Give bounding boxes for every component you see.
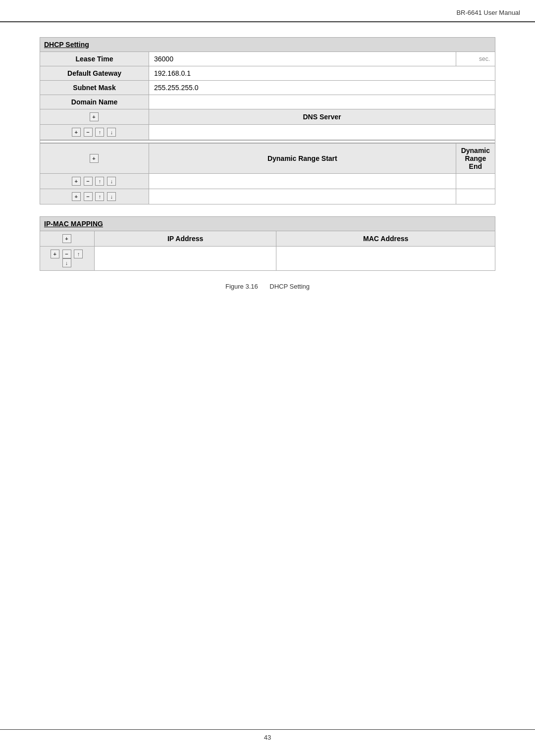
dyn1-start-value	[149, 174, 456, 189]
table-row: Domain Name	[40, 95, 495, 109]
dns-controls-cell: + − ↑ ↓	[40, 125, 149, 141]
ipmac-remove-button[interactable]: −	[62, 250, 71, 258]
dyn1-up-button[interactable]: ↑	[95, 177, 104, 186]
page-header: BR-6641 User Manual	[0, 0, 535, 22]
ipmac-add-button-2[interactable]: +	[51, 250, 59, 258]
ipmac-add-button[interactable]: +	[62, 234, 71, 243]
dns-add-button[interactable]: +	[90, 112, 99, 121]
mac-address-value	[276, 247, 495, 271]
ipmac-up-button[interactable]: ↑	[74, 250, 83, 258]
page-content: DHCP Setting Lease Time 36000 sec. Defau…	[0, 22, 535, 305]
dns-value-cell	[149, 125, 495, 141]
dns-down-button[interactable]: ↓	[107, 128, 116, 137]
ipmac-section: IP-MAC MAPPING + IP Address MAC Address …	[40, 216, 495, 271]
dynamic-range-start-label: Dynamic Range Start	[149, 143, 456, 174]
table-row: Lease Time 36000 sec.	[40, 52, 495, 66]
ip-address-header: IP Address	[95, 231, 276, 247]
mac-address-header: MAC Address	[276, 231, 495, 247]
page-footer: 43	[0, 729, 535, 741]
dynamic-controls-cell-2: + − ↑ ↓	[40, 189, 149, 204]
dyn2-up-button[interactable]: ↑	[95, 192, 104, 201]
dyn2-end-value	[456, 189, 495, 204]
domain-name-label: Domain Name	[40, 95, 149, 109]
ipmac-header-row: + IP Address MAC Address	[40, 231, 495, 247]
dyn1-down-button[interactable]: ↓	[107, 177, 116, 186]
dns-server-label: DNS Server	[149, 109, 495, 125]
manual-title: BR-6641 User Manual	[456, 9, 520, 16]
sec-label: sec.	[456, 52, 495, 66]
page-number: 43	[264, 734, 271, 741]
dynamic-range-header-row: + Dynamic Range Start Dynamic Range End	[40, 143, 495, 174]
dns-controls-row: + − ↑ ↓	[40, 125, 495, 141]
default-gateway-value: 192.168.0.1	[149, 66, 495, 81]
dyn2-add-button[interactable]: +	[72, 192, 81, 201]
dns-up-button[interactable]: ↑	[95, 128, 104, 137]
subnet-mask-label: Subnet Mask	[40, 81, 149, 95]
subnet-mask-value: 255.255.255.0	[149, 81, 495, 95]
lease-time-label: Lease Time	[40, 52, 149, 66]
ipmac-controls-cell: + − ↑ ↓	[40, 247, 95, 271]
dns-add-cell: +	[40, 109, 149, 125]
figure-caption: Figure 3.16 DHCP Setting	[40, 283, 495, 290]
dynamic-add-cell: +	[40, 143, 149, 174]
ipmac-add-cell: +	[40, 231, 95, 247]
dns-remove-button[interactable]: −	[84, 128, 93, 137]
default-gateway-label: Default Gateway	[40, 66, 149, 81]
dns-add-button-2[interactable]: +	[72, 128, 81, 137]
dhcp-section-title: DHCP Setting	[40, 37, 495, 51]
ip-address-value	[95, 247, 276, 271]
dyn2-remove-button[interactable]: −	[84, 192, 93, 201]
dynamic-add-button[interactable]: +	[90, 154, 99, 163]
lease-time-value: 36000	[149, 52, 456, 66]
figure-text: DHCP Setting	[269, 283, 310, 290]
domain-name-value	[149, 95, 495, 109]
dyn2-down-button[interactable]: ↓	[107, 192, 116, 201]
table-row: + − ↑ ↓	[40, 189, 495, 204]
dyn1-remove-button[interactable]: −	[84, 177, 93, 186]
table-row: Default Gateway 192.168.0.1	[40, 66, 495, 81]
dhcp-section: DHCP Setting Lease Time 36000 sec. Defau…	[40, 37, 495, 204]
table-row: Subnet Mask 255.255.255.0	[40, 81, 495, 95]
ipmac-table: + IP Address MAC Address + − ↑ ↓	[40, 231, 495, 271]
dyn1-add-button[interactable]: +	[72, 177, 81, 186]
dyn2-start-value	[149, 189, 456, 204]
dynamic-controls-cell-1: + − ↑ ↓	[40, 174, 149, 189]
figure-number: Figure 3.16	[225, 283, 258, 290]
ipmac-down-button[interactable]: ↓	[62, 258, 71, 267]
dyn1-end-value	[456, 174, 495, 189]
table-row: + − ↑ ↓	[40, 174, 495, 189]
dhcp-settings-table: Lease Time 36000 sec. Default Gateway 19…	[40, 51, 495, 204]
dynamic-range-end-label: Dynamic Range End	[456, 143, 495, 174]
dns-header-row: + DNS Server	[40, 109, 495, 125]
ipmac-section-title: IP-MAC MAPPING	[40, 216, 495, 231]
ipmac-data-row: + − ↑ ↓	[40, 247, 495, 271]
